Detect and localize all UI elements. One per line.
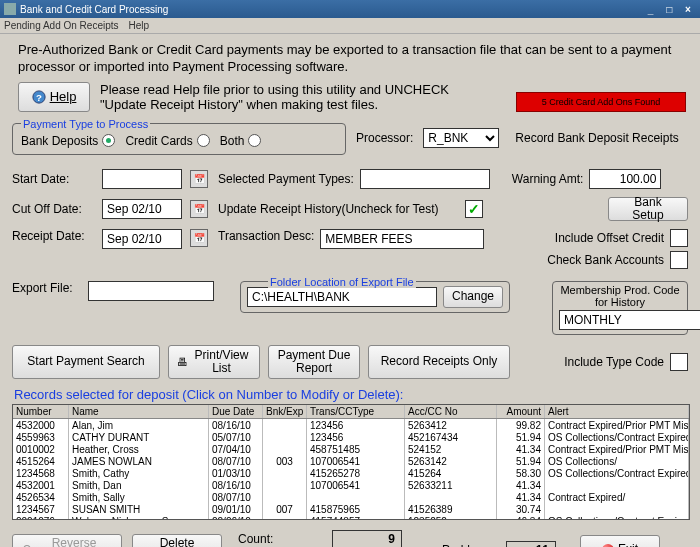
- printer-icon: 🖶: [177, 356, 188, 368]
- maximize-icon[interactable]: □: [661, 4, 677, 15]
- cell: 08/16/10: [209, 479, 263, 491]
- undo-icon: ↶: [21, 543, 31, 547]
- radio-both-label: Both: [220, 134, 245, 148]
- col-number[interactable]: Number: [13, 405, 69, 418]
- update-history-checkbox[interactable]: [465, 200, 483, 218]
- col-name[interactable]: Name: [69, 405, 209, 418]
- processor-select[interactable]: R_BNK: [423, 128, 499, 148]
- cell: 0010002: [13, 443, 69, 455]
- cell: [263, 443, 307, 455]
- receipt-date-input[interactable]: [102, 229, 182, 249]
- problems-label: Problems:: [442, 543, 496, 547]
- cell: 458751485: [307, 443, 405, 455]
- cell: 415744857: [307, 515, 405, 520]
- cell: 524152: [405, 443, 497, 455]
- include-type-code-label: Include Type Code: [564, 355, 664, 369]
- check-bank-checkbox[interactable]: [670, 251, 688, 269]
- start-date-picker-icon[interactable]: 📅: [190, 170, 208, 188]
- cell: 415264: [405, 467, 497, 479]
- check-bank-label: Check Bank Accounts: [547, 253, 664, 267]
- include-offset-checkbox[interactable]: [670, 229, 688, 247]
- radio-credit[interactable]: [197, 134, 210, 147]
- record-bank-label: Record Bank Deposit Receipts: [515, 131, 678, 145]
- table-row[interactable]: 4515264JAMES NOWLAN08/07/100031070065415…: [13, 455, 689, 467]
- cell: SUSAN SMITH: [69, 503, 209, 515]
- cell: 58.30: [497, 467, 545, 479]
- table-row[interactable]: 1234567SUSAN SMITH09/01/1000741587596541…: [13, 503, 689, 515]
- col-bnk[interactable]: Bnk/Exp: [263, 405, 307, 418]
- trans-desc-input[interactable]: [320, 229, 484, 249]
- radio-bank[interactable]: [102, 134, 115, 147]
- radio-both[interactable]: [248, 134, 261, 147]
- addons-alert[interactable]: 5 Credit Card Add Ons Found: [516, 92, 686, 112]
- export-file-input[interactable]: [88, 281, 214, 301]
- cell: 107006541: [307, 479, 405, 491]
- table-row[interactable]: 0001076Welman-Nickerson, Susan02/06/1041…: [13, 515, 689, 520]
- table-row[interactable]: 0010002Heather, Cross07/04/1045875148552…: [13, 443, 689, 455]
- cell: 02/06/10: [209, 515, 263, 520]
- col-due[interactable]: Due Date: [209, 405, 263, 418]
- cell: Alan, Jim: [69, 419, 209, 431]
- include-type-code-checkbox[interactable]: [670, 353, 688, 371]
- close-icon[interactable]: ×: [680, 4, 696, 15]
- problems-value: 11: [506, 541, 556, 547]
- count-value: 9: [332, 530, 402, 547]
- cell: 1234568: [13, 467, 69, 479]
- record-receipts-button[interactable]: Record Receipts Only: [368, 345, 510, 379]
- exit-label: Exit: [618, 543, 638, 547]
- menu-help[interactable]: Help: [129, 20, 150, 31]
- table-row[interactable]: 1234568Smith, Cathy01/03/104152652784152…: [13, 467, 689, 479]
- start-date-input[interactable]: [102, 169, 182, 189]
- svg-text:?: ?: [36, 91, 42, 102]
- records-grid[interactable]: Number Name Due Date Bnk/Exp Trans/CCTyp…: [12, 404, 690, 520]
- table-row[interactable]: 4526534Smith, Sally08/07/1041.34Contract…: [13, 491, 689, 503]
- cell: [263, 419, 307, 431]
- col-amount[interactable]: Amount: [497, 405, 545, 418]
- cell: [405, 491, 497, 503]
- receipt-date-picker-icon[interactable]: 📅: [190, 229, 208, 247]
- cell: 007: [263, 503, 307, 515]
- cell: 07/04/10: [209, 443, 263, 455]
- cell: 107006541: [307, 455, 405, 467]
- cell: 415875965: [307, 503, 405, 515]
- warning-amt-input[interactable]: [589, 169, 661, 189]
- print-view-list-button[interactable]: 🖶 Print/View List: [168, 345, 260, 379]
- change-folder-button[interactable]: Change: [443, 286, 503, 308]
- cell: 0001076: [13, 515, 69, 520]
- col-trans[interactable]: Trans/CCType: [307, 405, 405, 418]
- payment-due-report-button[interactable]: Payment Due Report: [268, 345, 360, 379]
- selected-types-input[interactable]: [360, 169, 490, 189]
- payment-type-legend: Payment Type to Process: [21, 118, 150, 130]
- cell: 08/07/10: [209, 455, 263, 467]
- folder-path-input[interactable]: [247, 287, 437, 307]
- col-acc[interactable]: Acc/CC No: [405, 405, 497, 418]
- cutoff-input[interactable]: [102, 199, 182, 219]
- bank-setup-button[interactable]: Bank Setup: [608, 197, 688, 221]
- cutoff-picker-icon[interactable]: 📅: [190, 200, 208, 218]
- cell: 4515264: [13, 455, 69, 467]
- delete-collections-button[interactable]: Delete Collections: [132, 534, 222, 547]
- reverse-export-button[interactable]: ↶ Reverse Export: [12, 534, 122, 547]
- cell: [263, 491, 307, 503]
- cell: 99.82: [497, 419, 545, 431]
- grid-header: Number Name Due Date Bnk/Exp Trans/CCTyp…: [13, 405, 689, 419]
- titlebar: Bank and Credit Card Processing _ □ ×: [0, 0, 700, 18]
- exit-button[interactable]: Exit: [580, 535, 660, 547]
- help-button[interactable]: ? Help: [18, 82, 90, 112]
- cell: Heather, Cross: [69, 443, 209, 455]
- cell: Welman-Nickerson, Susan: [69, 515, 209, 520]
- table-row[interactable]: 4559963CATHY DURANT05/07/101234564521674…: [13, 431, 689, 443]
- membership-code-input[interactable]: [559, 310, 700, 330]
- table-row[interactable]: 4532000Alan, Jim08/16/10123456526341299.…: [13, 419, 689, 431]
- col-alert[interactable]: Alert: [545, 405, 689, 418]
- payment-type-group: Payment Type to Process Bank Deposits Cr…: [12, 118, 346, 155]
- minimize-icon[interactable]: _: [642, 4, 658, 15]
- trans-desc-label: Transaction Desc:: [218, 229, 314, 243]
- warning-amt-label: Warning Amt:: [512, 172, 584, 186]
- menu-pending[interactable]: Pending Add On Receipts: [4, 20, 119, 31]
- count-label: Count:: [238, 532, 324, 546]
- start-payment-search-button[interactable]: Start Payment Search: [12, 345, 160, 379]
- menubar: Pending Add On Receipts Help: [0, 18, 700, 34]
- cell: 41.34: [497, 491, 545, 503]
- table-row[interactable]: 4532001Smith, Dan08/16/10107006541526332…: [13, 479, 689, 491]
